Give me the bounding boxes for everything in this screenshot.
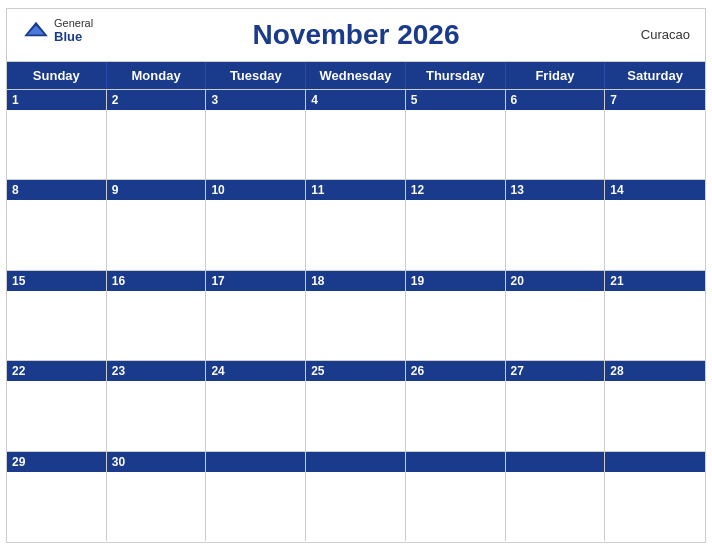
day-empty-header bbox=[605, 452, 705, 472]
day-content bbox=[406, 200, 505, 255]
logo-blue: Blue bbox=[54, 29, 93, 44]
day-number-21: 21 bbox=[605, 271, 705, 291]
day-cell-9: 9 bbox=[107, 180, 207, 270]
day-number-8: 8 bbox=[7, 180, 106, 200]
day-number-26: 26 bbox=[406, 361, 505, 381]
day-number-20: 20 bbox=[506, 271, 605, 291]
day-cell-empty-4-2 bbox=[206, 452, 306, 542]
day-content bbox=[506, 110, 605, 165]
day-content bbox=[7, 110, 106, 165]
logo: General Blue bbox=[22, 17, 93, 44]
day-cell-11: 11 bbox=[306, 180, 406, 270]
day-content bbox=[406, 110, 505, 165]
day-number-18: 18 bbox=[306, 271, 405, 291]
day-empty-header bbox=[306, 452, 405, 472]
day-cell-29: 29 bbox=[7, 452, 107, 542]
day-number-5: 5 bbox=[406, 90, 505, 110]
day-cell-30: 30 bbox=[107, 452, 207, 542]
day-cell-22: 22 bbox=[7, 361, 107, 451]
day-content bbox=[306, 291, 405, 346]
day-number-24: 24 bbox=[206, 361, 305, 381]
day-cell-13: 13 bbox=[506, 180, 606, 270]
day-cell-26: 26 bbox=[406, 361, 506, 451]
month-title: November 2026 bbox=[252, 19, 459, 51]
day-number-25: 25 bbox=[306, 361, 405, 381]
day-cell-21: 21 bbox=[605, 271, 705, 361]
day-cell-15: 15 bbox=[7, 271, 107, 361]
day-cell-12: 12 bbox=[406, 180, 506, 270]
day-cell-empty-4-6 bbox=[605, 452, 705, 542]
day-number-2: 2 bbox=[107, 90, 206, 110]
day-content bbox=[605, 110, 705, 165]
day-cell-28: 28 bbox=[605, 361, 705, 451]
week-row-4: 22232425262728 bbox=[7, 360, 705, 451]
day-number-17: 17 bbox=[206, 271, 305, 291]
day-content bbox=[306, 110, 405, 165]
day-content bbox=[506, 200, 605, 255]
day-number-1: 1 bbox=[7, 90, 106, 110]
calendar: General Blue November 2026 Curacao Sunda… bbox=[6, 8, 706, 543]
day-number-4: 4 bbox=[306, 90, 405, 110]
day-content bbox=[506, 381, 605, 436]
day-empty-header bbox=[506, 452, 605, 472]
day-content bbox=[107, 472, 206, 527]
logo-general: General bbox=[54, 17, 93, 29]
day-content bbox=[306, 200, 405, 255]
day-cell-4: 4 bbox=[306, 90, 406, 180]
day-number-7: 7 bbox=[605, 90, 705, 110]
day-cell-3: 3 bbox=[206, 90, 306, 180]
day-content bbox=[206, 381, 305, 436]
day-number-9: 9 bbox=[107, 180, 206, 200]
header-wednesday: Wednesday bbox=[306, 62, 406, 89]
header-monday: Monday bbox=[107, 62, 207, 89]
day-content bbox=[306, 472, 405, 527]
day-content bbox=[107, 110, 206, 165]
day-number-14: 14 bbox=[605, 180, 705, 200]
day-empty-header bbox=[406, 452, 505, 472]
day-content bbox=[406, 381, 505, 436]
day-cell-8: 8 bbox=[7, 180, 107, 270]
day-number-15: 15 bbox=[7, 271, 106, 291]
week-row-1: 1234567 bbox=[7, 89, 705, 180]
day-cell-6: 6 bbox=[506, 90, 606, 180]
day-cell-14: 14 bbox=[605, 180, 705, 270]
day-cell-7: 7 bbox=[605, 90, 705, 180]
day-number-28: 28 bbox=[605, 361, 705, 381]
day-cell-5: 5 bbox=[406, 90, 506, 180]
day-content bbox=[7, 291, 106, 346]
week-row-3: 15161718192021 bbox=[7, 270, 705, 361]
day-number-29: 29 bbox=[7, 452, 106, 472]
day-number-11: 11 bbox=[306, 180, 405, 200]
day-number-12: 12 bbox=[406, 180, 505, 200]
header-thursday: Thursday bbox=[406, 62, 506, 89]
generalblue-icon bbox=[22, 20, 50, 40]
day-cell-17: 17 bbox=[206, 271, 306, 361]
week-row-5: 2930 bbox=[7, 451, 705, 542]
header-tuesday: Tuesday bbox=[206, 62, 306, 89]
week-row-2: 891011121314 bbox=[7, 179, 705, 270]
calendar-header: General Blue November 2026 Curacao bbox=[7, 9, 705, 61]
header-saturday: Saturday bbox=[605, 62, 705, 89]
day-cell-18: 18 bbox=[306, 271, 406, 361]
day-number-6: 6 bbox=[506, 90, 605, 110]
day-cell-24: 24 bbox=[206, 361, 306, 451]
day-number-13: 13 bbox=[506, 180, 605, 200]
header-sunday: Sunday bbox=[7, 62, 107, 89]
day-headers: Sunday Monday Tuesday Wednesday Thursday… bbox=[7, 62, 705, 89]
day-content bbox=[7, 472, 106, 527]
day-content bbox=[206, 472, 305, 527]
day-number-19: 19 bbox=[406, 271, 505, 291]
day-number-3: 3 bbox=[206, 90, 305, 110]
day-number-30: 30 bbox=[107, 452, 206, 472]
weeks-container: 1234567891011121314151617181920212223242… bbox=[7, 89, 705, 542]
day-cell-empty-4-5 bbox=[506, 452, 606, 542]
day-content bbox=[506, 291, 605, 346]
header-friday: Friday bbox=[506, 62, 606, 89]
day-content bbox=[306, 381, 405, 436]
day-cell-empty-4-3 bbox=[306, 452, 406, 542]
day-content bbox=[7, 200, 106, 255]
day-cell-25: 25 bbox=[306, 361, 406, 451]
day-content bbox=[406, 291, 505, 346]
day-number-23: 23 bbox=[107, 361, 206, 381]
day-content bbox=[206, 200, 305, 255]
